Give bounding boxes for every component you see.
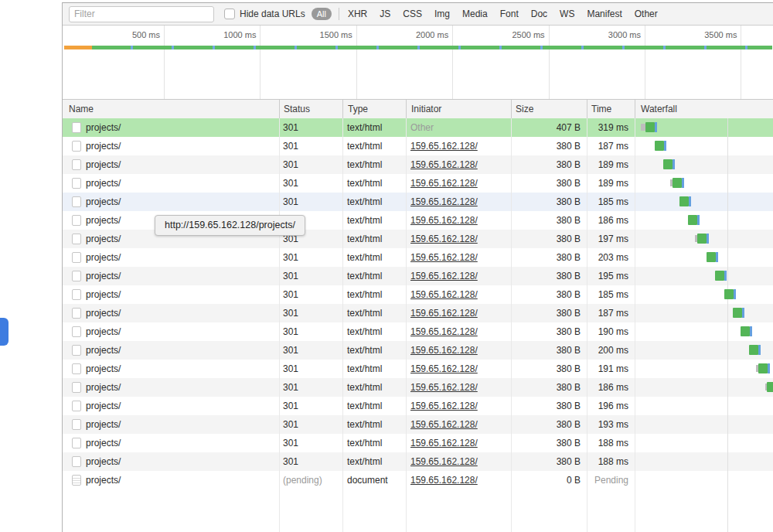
- timeline-gridline: [164, 26, 165, 99]
- initiator-link[interactable]: 159.65.162.128/: [410, 159, 478, 170]
- request-time: 188 ms: [587, 452, 635, 471]
- request-type: text/html: [342, 211, 406, 230]
- timeline-gridline: [452, 26, 453, 99]
- request-name: projects/: [86, 341, 121, 360]
- initiator-link[interactable]: 159.65.162.128/: [410, 196, 478, 207]
- request-status: 301: [279, 155, 342, 174]
- table-row[interactable]: projects/ 301 text/html 159.65.162.128/ …: [63, 285, 773, 304]
- request-status: 301: [279, 452, 342, 471]
- hide-data-urls-checkbox[interactable]: [224, 9, 235, 19]
- request-initiator-cell: 159.65.162.128/: [406, 285, 511, 304]
- table-row[interactable]: projects/ 301 text/html 159.65.162.128/ …: [63, 322, 773, 341]
- waterfall-bar: [688, 215, 697, 225]
- initiator-link[interactable]: 159.65.162.128/: [410, 215, 478, 226]
- column-header-initiator[interactable]: Initiator: [406, 100, 511, 118]
- initiator-link[interactable]: 159.65.162.128/: [410, 289, 478, 300]
- table-row[interactable]: projects/ 301 text/html 159.65.162.128/ …: [63, 415, 773, 434]
- request-time: 191 ms: [587, 360, 635, 378]
- request-size: 380 B: [511, 174, 587, 193]
- table-row[interactable]: projects/ 301 text/html 159.65.162.128/ …: [63, 434, 773, 452]
- waterfall-bar: [767, 382, 773, 392]
- filter-type-img[interactable]: Img: [434, 9, 450, 19]
- table-row[interactable]: projects/ (pending) document 159.65.162.…: [63, 471, 773, 489]
- request-name-cell: projects/: [63, 118, 279, 137]
- request-type: text/html: [342, 230, 406, 248]
- table-row[interactable]: projects/ 301 text/html 159.65.162.128/ …: [63, 452, 773, 471]
- request-type: text/html: [342, 248, 406, 267]
- initiator-link[interactable]: 159.65.162.128/: [410, 401, 478, 411]
- initiator-link[interactable]: 159.65.162.128/: [410, 382, 478, 393]
- request-name-cell: projects/: [63, 341, 279, 360]
- table-row[interactable]: projects/ 301 text/html 159.65.162.128/ …: [63, 174, 773, 193]
- table-row[interactable]: projects/ 301 text/html 159.65.162.128/ …: [63, 304, 773, 322]
- request-status: 301: [279, 248, 342, 267]
- request-name-cell: projects/: [63, 415, 279, 434]
- filter-type-ws[interactable]: WS: [560, 9, 574, 19]
- waterfall-cell: [635, 174, 773, 193]
- file-icon: [72, 345, 81, 356]
- column-header-status[interactable]: Status: [279, 100, 342, 118]
- initiator-link[interactable]: 159.65.162.128/: [410, 271, 478, 281]
- waterfall-download-segment: [750, 326, 752, 336]
- blue-edge-tab[interactable]: [0, 318, 9, 346]
- initiator-link[interactable]: 159.65.162.128/: [410, 308, 478, 319]
- filter-type-doc[interactable]: Doc: [531, 9, 547, 19]
- column-header-size[interactable]: Size: [511, 100, 587, 118]
- table-row[interactable]: projects/ 301 text/html 159.65.162.128/ …: [63, 378, 773, 397]
- initiator-link[interactable]: 159.65.162.128/: [410, 178, 478, 189]
- initiator-link[interactable]: 159.65.162.128/: [410, 345, 478, 356]
- request-time: 186 ms: [587, 378, 635, 397]
- request-name-cell: projects/: [63, 452, 279, 471]
- initiator-link[interactable]: 159.65.162.128/: [410, 141, 478, 152]
- request-size: 0 B: [511, 471, 587, 489]
- request-name: projects/: [86, 248, 121, 267]
- initiator-link[interactable]: 159.65.162.128/: [410, 456, 478, 467]
- initiator-link[interactable]: 159.65.162.128/: [410, 326, 478, 337]
- filter-type-media[interactable]: Media: [462, 9, 488, 19]
- timeline-ruler[interactable]: 500 ms1000 ms1500 ms2000 ms2500 ms3000 m…: [63, 26, 773, 99]
- waterfall-bar: [749, 345, 758, 355]
- request-size: 380 B: [511, 360, 587, 378]
- column-header-time[interactable]: Time: [587, 100, 635, 118]
- request-initiator-cell: 159.65.162.128/: [406, 322, 511, 341]
- filter-type-all[interactable]: All: [312, 8, 332, 20]
- request-name: projects/: [86, 471, 121, 489]
- toolbar-divider: [339, 8, 339, 20]
- initiator-link[interactable]: 159.65.162.128/: [410, 252, 478, 263]
- table-row[interactable]: projects/ 301 text/html 159.65.162.128/ …: [63, 137, 773, 155]
- initiator-link[interactable]: 159.65.162.128/: [410, 475, 478, 486]
- table-row[interactable]: projects/ 301 text/html 159.65.162.128/ …: [63, 155, 773, 174]
- waterfall-cell: [635, 452, 773, 471]
- initiator-link[interactable]: 159.65.162.128/: [410, 438, 478, 448]
- hide-data-urls-label[interactable]: Hide data URLs: [240, 9, 305, 19]
- filter-type-manifest[interactable]: Manifest: [587, 9, 621, 19]
- initiator-link[interactable]: 159.65.162.128/: [410, 419, 478, 430]
- filter-input[interactable]: [69, 6, 214, 22]
- table-row[interactable]: projects/ 301 text/html Other 407 B 319 …: [63, 118, 773, 137]
- table-row[interactable]: projects/ 301 text/html 159.65.162.128/ …: [63, 193, 773, 211]
- request-name: projects/: [86, 267, 121, 285]
- table-row[interactable]: projects/ 301 text/html 159.65.162.128/ …: [63, 397, 773, 415]
- filter-type-css[interactable]: CSS: [403, 9, 422, 19]
- request-initiator-cell: 159.65.162.128/: [406, 471, 511, 489]
- filter-type-font[interactable]: Font: [500, 9, 519, 19]
- filter-type-other[interactable]: Other: [635, 9, 658, 19]
- initiator-link[interactable]: 159.65.162.128/: [410, 363, 478, 374]
- request-type: text/html: [342, 434, 406, 452]
- table-row[interactable]: projects/ 301 text/html 159.65.162.128/ …: [63, 341, 773, 360]
- filter-type-xhr[interactable]: XHR: [348, 9, 367, 19]
- column-separator: [406, 118, 407, 532]
- initiator-link[interactable]: 159.65.162.128/: [410, 234, 478, 244]
- request-type: text/html: [342, 304, 406, 322]
- request-type: text/html: [342, 118, 406, 137]
- table-row[interactable]: projects/ 301 text/html 159.65.162.128/ …: [63, 248, 773, 267]
- column-header-name[interactable]: Name: [63, 100, 279, 118]
- request-type: text/html: [342, 452, 406, 471]
- table-row[interactable]: projects/ 301 text/html 159.65.162.128/ …: [63, 267, 773, 285]
- table-row[interactable]: projects/ 301 text/html 159.65.162.128/ …: [63, 360, 773, 378]
- filter-type-js[interactable]: JS: [380, 9, 390, 19]
- request-status: 301: [279, 118, 342, 137]
- column-separator: [587, 118, 587, 532]
- column-header-type[interactable]: Type: [342, 100, 406, 118]
- column-header-waterfall[interactable]: Waterfall: [635, 100, 773, 118]
